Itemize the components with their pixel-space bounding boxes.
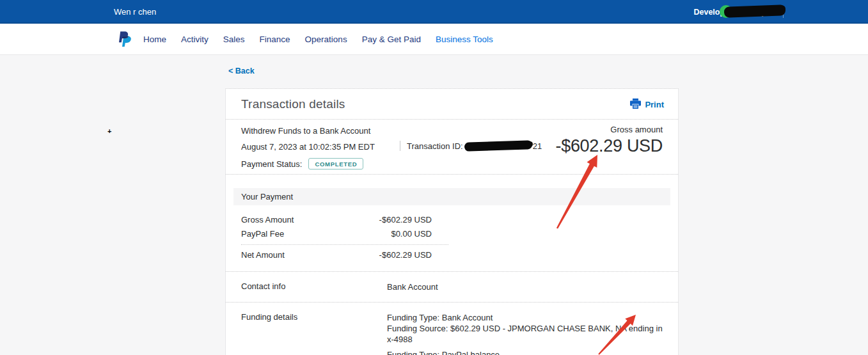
contact-info-value: Bank Account	[387, 281, 438, 292]
txid-divider	[400, 141, 400, 151]
gross-amount-value: -$602.29 USD	[556, 136, 663, 156]
funding-type-2: Funding Type: PayPal balance	[387, 349, 663, 355]
funding-details-row: Funding details Funding Type: Bank Accou…	[226, 303, 678, 355]
print-button[interactable]: Print	[630, 99, 664, 111]
net-amount-row-label: Net Amount	[241, 248, 285, 262]
payment-status-label: Payment Status:	[241, 159, 302, 169]
paypal-fee-row-value: $0.00 USD	[391, 227, 432, 241]
gross-amount-label: Gross amount	[556, 125, 663, 134]
your-payment-section: Your Payment Gross Amount -$602.29 USD P…	[226, 188, 678, 262]
nav-business-tools[interactable]: Business Tools	[436, 35, 493, 44]
page-title: Transaction details	[241, 97, 345, 111]
divider	[241, 244, 448, 245]
redacted-transaction-id	[464, 140, 532, 152]
nav-activity[interactable]: Activity	[181, 35, 209, 44]
nav-operations[interactable]: Operations	[305, 35, 347, 44]
funding-source-1: Funding Source: $602.29 USD - JPMORGAN C…	[387, 323, 663, 345]
status-badge: COMPLETED	[308, 158, 363, 170]
divider	[226, 174, 678, 175]
table-row: Net Amount -$602.29 USD	[241, 248, 432, 262]
gross-amount-row-label: Gross Amount	[241, 213, 294, 227]
account-name: Wen r chen	[114, 7, 156, 17]
your-payment-header: Your Payment	[233, 188, 670, 205]
contact-info-label: Contact info	[241, 281, 387, 292]
back-link[interactable]: < Back	[228, 67, 255, 75]
table-row: PayPal Fee $0.00 USD	[241, 227, 432, 241]
transaction-summary: Withdrew Funds to a Bank Account August …	[226, 120, 678, 174]
transaction-id-label: Transaction ID:	[407, 141, 463, 151]
nav-home[interactable]: Home	[143, 35, 166, 44]
printer-icon	[630, 99, 641, 111]
nav-finance[interactable]: Finance	[260, 35, 290, 44]
transaction-details-card: Transaction details Print Withdrew Funds…	[225, 88, 679, 355]
table-row: Gross Amount -$602.29 USD	[241, 213, 432, 227]
funding-details-label: Funding details	[241, 312, 387, 355]
user-menu[interactable]	[720, 4, 787, 19]
topbar: Wen r chen Developer Help	[0, 0, 868, 24]
transaction-id-suffix: 21	[533, 141, 542, 151]
paypal-fee-row-label: PayPal Fee	[241, 227, 284, 241]
cursor-mark: +	[107, 127, 111, 135]
funding-type-1: Funding Type: Bank Account	[387, 312, 663, 323]
contact-info-row: Contact info Bank Account	[226, 272, 678, 302]
print-label: Print	[645, 100, 664, 109]
redacted-user-name	[724, 4, 786, 17]
net-amount-row-value: -$602.29 USD	[379, 248, 432, 262]
main-navbar: Home Activity Sales Finance Operations P…	[0, 24, 868, 55]
nav-sales[interactable]: Sales	[223, 35, 245, 44]
nav-pay-get-paid[interactable]: Pay & Get Paid	[362, 35, 421, 44]
gross-amount-row-value: -$602.29 USD	[379, 213, 432, 227]
transaction-id: Transaction ID: 21	[400, 141, 542, 151]
nav-items: Home Activity Sales Finance Operations P…	[143, 24, 493, 54]
paypal-logo-icon[interactable]	[118, 31, 134, 51]
